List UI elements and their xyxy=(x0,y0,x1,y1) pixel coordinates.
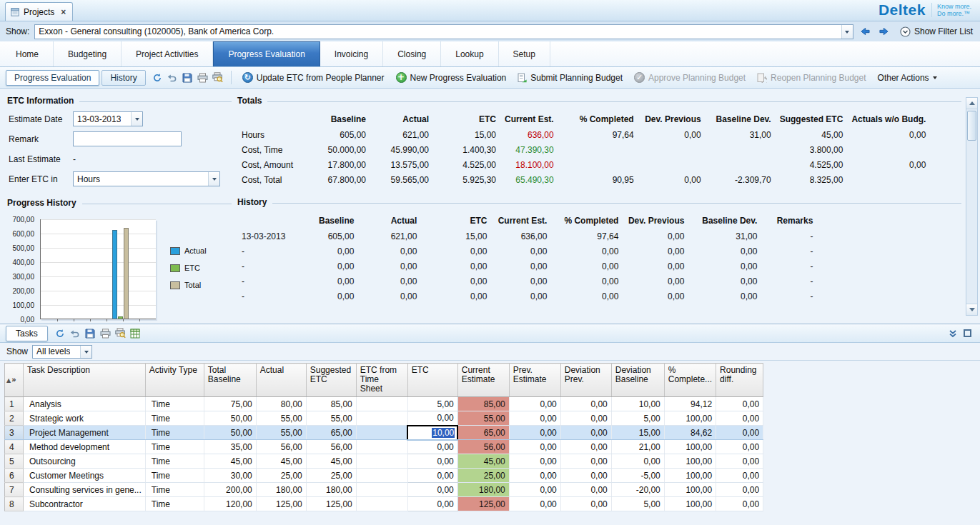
estimate-date-combobox[interactable]: 13-03-2013 xyxy=(73,111,143,126)
enter-etc-in-combobox[interactable]: Hours xyxy=(73,171,220,186)
ribbon-tab-home[interactable]: Home xyxy=(1,41,54,66)
save-icon[interactable] xyxy=(180,70,195,85)
history-cell: 605,00 xyxy=(289,229,358,244)
task-cell-activity-type: Time xyxy=(145,497,204,511)
vertical-scrollbar[interactable] xyxy=(966,97,978,316)
new-progress-evaluation-button[interactable]: +New Progress Evaluation xyxy=(391,71,512,84)
task-row[interactable]: 7Consulting services in gene...Time200,0… xyxy=(5,483,763,497)
etc-information-header: ETC Information xyxy=(7,96,232,106)
next-record-icon[interactable] xyxy=(877,25,891,39)
subtab-progress-evaluation[interactable]: Progress Evaluation xyxy=(6,70,99,86)
task-cell-pct-complete: 94,12 xyxy=(664,397,716,411)
update-etc-from-people-planner-button[interactable]: ↻Update ETC from People Planner xyxy=(237,71,390,84)
tasks-col-deviation-baseline[interactable]: Deviation Baseline xyxy=(611,364,664,397)
chevron-down-icon[interactable] xyxy=(80,346,91,358)
other-actions-button[interactable]: Other Actions xyxy=(873,71,942,84)
scroll-down-icon[interactable] xyxy=(966,304,977,315)
tasks-col-task-description[interactable]: Task Description xyxy=(24,364,146,397)
ribbon-tab-budgeting[interactable]: Budgeting xyxy=(54,41,122,66)
task-row[interactable]: 1AnalysisTime75,0080,0085,005,0085,000,0… xyxy=(5,397,763,411)
chart-bar-actual xyxy=(112,230,117,319)
totals-history-panel: Totals BaselineActualETCCurrent Est.% Co… xyxy=(232,96,961,324)
task-cell-etc[interactable]: 0,00 xyxy=(407,440,457,454)
collapse-panel-icon[interactable] xyxy=(949,329,957,338)
row-number[interactable]: 2 xyxy=(5,411,24,426)
field-label: Remark xyxy=(9,134,73,144)
y-axis-tick-label: 700,00 xyxy=(7,216,34,224)
row-number[interactable]: 5 xyxy=(5,454,24,469)
task-cell-deviation-prev: 0,00 xyxy=(560,497,611,511)
tasks-col-etc-from-time-sheet[interactable]: ETC from Time Sheet xyxy=(356,364,407,397)
ribbon-tab-progress-evaluation[interactable]: Progress Evaluation xyxy=(213,41,320,66)
ribbon-tab-invoicing[interactable]: Invoicing xyxy=(320,41,383,66)
reopen-budget-icon xyxy=(757,73,767,83)
task-cell-etc[interactable]: 0,00 xyxy=(407,411,457,426)
x-axis-tick xyxy=(107,319,107,321)
row-number[interactable]: 8 xyxy=(5,497,24,511)
task-row[interactable]: 6Customer MeetingsTime30,0025,0025,000,0… xyxy=(5,469,763,483)
remark-input[interactable] xyxy=(73,131,182,146)
task-cell-etc[interactable]: 0,00 xyxy=(407,469,457,483)
ribbon-tab-project-activities[interactable]: Project Activities xyxy=(122,41,213,66)
task-cell-etc[interactable]: 0,00 xyxy=(407,497,457,511)
tasks-col-activity-type[interactable]: Activity Type xyxy=(145,364,204,397)
submit-planning-budget-button[interactable]: Submit Planning Budget xyxy=(513,71,628,84)
action-label: Reopen Planning Budget xyxy=(771,73,866,83)
row-number[interactable]: 7 xyxy=(5,483,24,497)
tasks-col-suggested-etc[interactable]: Suggested ETC xyxy=(306,364,356,397)
task-row[interactable]: 8SubcontractorTime120,00125,00125,000,00… xyxy=(5,497,763,511)
subtab-history[interactable]: History xyxy=(102,70,145,86)
field-remark: Remark xyxy=(9,131,232,146)
tasks-col-pct-complete[interactable]: % Complete... xyxy=(664,364,716,397)
undo-icon[interactable] xyxy=(165,70,180,85)
task-cell-deviation-prev: 0,00 xyxy=(560,483,611,497)
task-row[interactable]: 4Method developmentTime35,0056,0056,000,… xyxy=(5,440,763,454)
print-preview-icon[interactable] xyxy=(210,70,225,85)
print-icon[interactable] xyxy=(195,70,210,85)
show-filter-list-button[interactable]: Show Filter List xyxy=(900,26,973,37)
ribbon-tab-lookup[interactable]: Lookup xyxy=(441,41,498,66)
row-number[interactable]: 1 xyxy=(5,397,24,411)
task-cell-etc[interactable]: 0,00 xyxy=(407,454,457,469)
chart-y-axis: 700,00600,00500,00400,00300,00200,00100,… xyxy=(7,219,37,319)
row-number[interactable]: 4 xyxy=(5,440,24,454)
task-row[interactable]: 3Project ManagementTime50,0055,0065,0010… xyxy=(5,426,763,440)
legend-label: Actual xyxy=(184,246,207,255)
task-row[interactable]: 2Strategic workTime50,0055,0055,000,0055… xyxy=(5,411,763,426)
close-tab-icon[interactable]: × xyxy=(61,7,66,17)
history-cell: 0,00 xyxy=(688,274,761,289)
level-filter-combobox[interactable]: All levels xyxy=(32,345,92,359)
task-cell-rounding-diff: 0,00 xyxy=(716,497,763,511)
chart-gridline xyxy=(41,291,156,291)
projects-document-tab[interactable]: Projects × xyxy=(5,2,73,21)
task-cell-etc[interactable]: 0,00 xyxy=(407,483,457,497)
scrollbar-thumb[interactable] xyxy=(967,111,976,141)
ribbon-tab-closing[interactable]: Closing xyxy=(383,41,441,66)
project-filter-combobox[interactable]: Exxon - General consulting (1020005), Ba… xyxy=(34,24,853,39)
totals-cell xyxy=(847,142,930,157)
task-cell-total-baseline: 75,00 xyxy=(204,397,256,411)
task-cell-etc[interactable]: 10,00 xyxy=(407,426,457,440)
brand-tagline-1: Know more. xyxy=(937,3,971,10)
maximize-panel-icon[interactable] xyxy=(964,329,971,337)
tasks-col-current-estimate[interactable]: Current Estimate xyxy=(457,364,509,397)
task-row[interactable]: 5OutsourcingTime45,0045,0045,000,0045,00… xyxy=(5,454,763,469)
previous-record-icon[interactable] xyxy=(858,25,872,39)
task-cell-rounding-diff: 0,00 xyxy=(716,426,763,440)
totals-cell: 31,00 xyxy=(706,127,776,142)
row-number[interactable]: 3 xyxy=(5,426,24,440)
row-number[interactable]: 6 xyxy=(5,469,24,483)
y-axis-tick-label: 500,00 xyxy=(7,244,34,252)
page-toolbar: Progress EvaluationHistory ↻Update ETC f… xyxy=(0,67,980,89)
tasks-col-prev-estimate[interactable]: Prev. Estimate xyxy=(509,364,560,397)
refresh-icon[interactable] xyxy=(150,70,165,85)
tasks-col-actual[interactable]: Actual xyxy=(256,364,306,397)
tasks-col-deviation-prev[interactable]: Deviation Prev. xyxy=(560,364,611,397)
chevron-down-icon[interactable] xyxy=(841,25,853,39)
ribbon-tab-setup[interactable]: Setup xyxy=(499,41,550,66)
tasks-col-etc[interactable]: ETC xyxy=(407,364,457,397)
tasks-col-rounding-diff[interactable]: Rounding diff. xyxy=(716,364,763,397)
scroll-up-icon[interactable] xyxy=(966,98,977,109)
tasks-col-total-baseline[interactable]: Total Baseline xyxy=(204,364,256,397)
task-cell-etc[interactable]: 5,00 xyxy=(407,397,457,411)
